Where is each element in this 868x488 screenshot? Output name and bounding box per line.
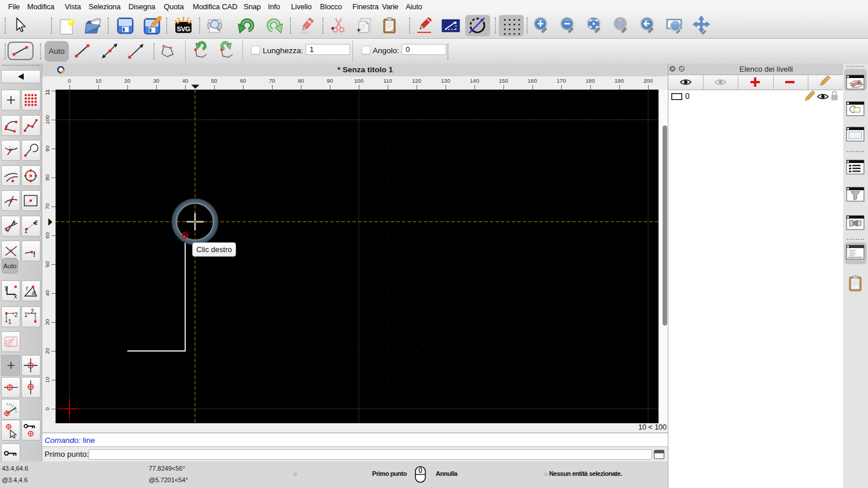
svg-text:r: r [26, 285, 28, 291]
svg-text:a: a [32, 290, 35, 296]
svg-text:2: 2 [14, 312, 18, 318]
svg-text:x: x [14, 293, 17, 299]
svg-text:!: ! [33, 250, 35, 258]
svg-text:SVG: SVG [177, 25, 190, 32]
svg-text:2: 2 [31, 309, 34, 315]
svg-text:y: y [5, 284, 8, 291]
svg-text:1: 1 [8, 319, 12, 325]
svg-text:1: 1 [24, 312, 28, 318]
svg-text:2: 2 [35, 220, 38, 226]
